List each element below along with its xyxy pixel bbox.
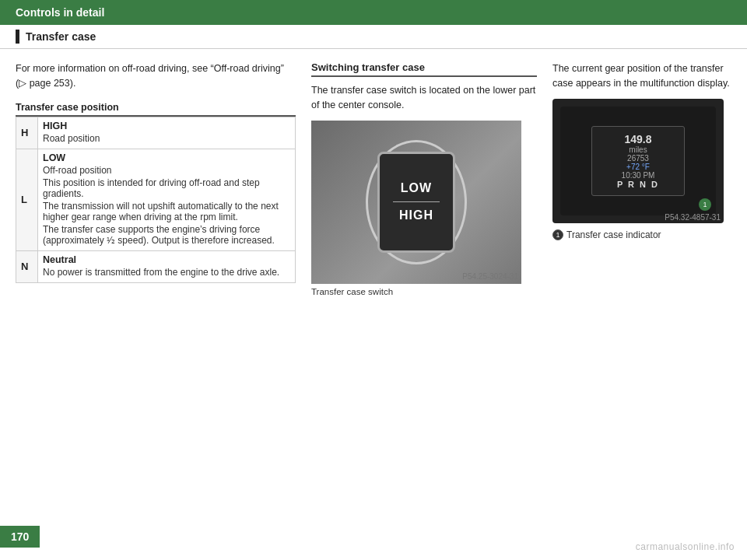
table-row: N Neutral No power is transmitted from t… <box>16 250 296 282</box>
dash-circle: 1 <box>699 198 711 211</box>
section-label: Transfer case <box>26 30 96 43</box>
transfer-case-table: H HIGH Road position L LOW Off-road posi… <box>16 117 296 283</box>
indicator-number: 1 <box>556 231 559 239</box>
dash-prnd: P R N D <box>617 180 659 189</box>
header-title: Controls in detail <box>16 6 104 19</box>
table-key-h: H <box>16 117 38 149</box>
n-sub1: No power is transmitted from the engine … <box>43 267 290 278</box>
switching-title: Switching transfer case <box>311 61 537 77</box>
table-key-l: L <box>16 149 38 250</box>
dash-temp: +72 °F <box>626 163 650 171</box>
indicator-caption: 1 Transfer case indicator <box>552 229 731 240</box>
dash-number: 149.8 <box>624 133 651 145</box>
intro-text: For more information on off-road driving… <box>16 61 296 91</box>
dash-odometer: 26753 <box>627 154 649 163</box>
l-sub4: The transfer case supports the engine’s … <box>43 224 290 246</box>
right-column: The current gear position of the transfe… <box>552 61 731 296</box>
indicator-label: Transfer case indicator <box>566 229 661 240</box>
section-title-bar <box>16 30 19 44</box>
switch-image-container: LOW HIGH P54.25-3024-31 <box>311 121 521 284</box>
dash-time: 10:30 PM <box>622 171 655 180</box>
l-title: LOW <box>43 152 290 163</box>
page-number: 170 <box>0 526 40 548</box>
table-row: L LOW Off-road position This position is… <box>16 149 296 250</box>
n-title: Neutral <box>43 254 290 265</box>
l-sub3: The transmission will not upshift automa… <box>43 201 290 222</box>
switching-text: The transfer case switch is located on t… <box>311 83 537 113</box>
left-column: For more information on off-road driving… <box>16 61 296 296</box>
l-sub1: Off-road position <box>43 165 290 176</box>
dashboard-image-container: 149.8 miles 26753 +72 °F 10:30 PM P R N … <box>552 99 724 223</box>
switch-label-high: HIGH <box>399 208 433 222</box>
dashboard-display: 149.8 miles 26753 +72 °F 10:30 PM P R N … <box>591 126 685 196</box>
table-val-l: LOW Off-road position This position is i… <box>38 149 296 250</box>
switch-label-low: LOW <box>401 181 432 195</box>
watermark: carmanualsonline.info <box>636 541 735 552</box>
l-sub2: This position is intended for driv­ing o… <box>43 177 290 199</box>
table-section-title: Transfer case position <box>16 102 296 117</box>
dash-sub: miles <box>629 145 647 154</box>
table-row: H HIGH Road position <box>16 117 296 149</box>
switch-panel-wrapper: LOW HIGH <box>377 152 455 253</box>
middle-column: Switching transfer case The transfer cas… <box>311 61 537 296</box>
switch-img-ref: P54.25-3024-31 <box>462 272 518 281</box>
right-text: The current gear position of the transfe… <box>552 61 731 91</box>
switch-divider <box>393 201 440 202</box>
header-bar: Controls in detail <box>0 0 747 25</box>
table-val-n: Neutral No power is transmitted from the… <box>38 250 296 282</box>
table-key-n: N <box>16 250 38 282</box>
table-val-h: HIGH Road position <box>38 117 296 149</box>
switch-caption: Transfer case switch <box>311 287 537 296</box>
h-sub1: Road position <box>43 133 290 144</box>
dash-circle-label: 1 <box>703 201 707 208</box>
h-title: HIGH <box>43 121 290 131</box>
dashboard-inner: 149.8 miles 26753 +72 °F 10:30 PM P R N … <box>560 107 716 215</box>
section-title: Transfer case <box>0 25 747 49</box>
switch-panel: LOW HIGH <box>377 152 455 253</box>
main-content: For more information on off-road driving… <box>0 49 747 296</box>
dash-img-ref: P54.32-4857-31 <box>665 213 721 222</box>
indicator-circle: 1 <box>552 229 563 240</box>
